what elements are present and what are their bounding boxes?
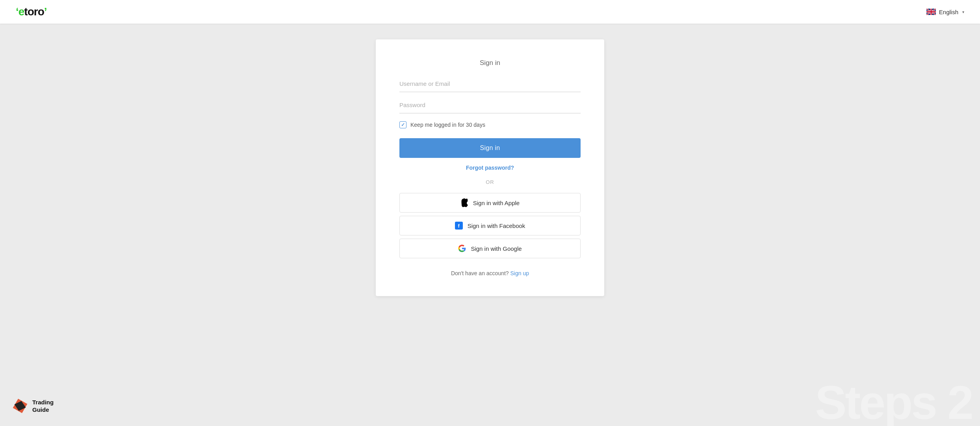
password-input[interactable] [399,100,581,110]
card-title: Sign in [399,59,581,67]
logo: ‘etoro’ [16,6,47,18]
diamond-icon [12,398,28,414]
or-divider: OR [399,179,581,185]
remember-me-label: Keep me logged in for 30 days [410,122,485,128]
remember-me-row: Keep me logged in for 30 days [399,121,581,128]
apple-icon [460,199,468,207]
main-content: Sign in Keep me logged in for 30 days Si… [0,24,980,426]
facebook-icon: f [455,222,463,230]
language-label: English [939,9,958,15]
sign-in-google-button[interactable]: Sign in with Google [399,239,581,258]
username-form-group [399,79,581,92]
forgot-password-container: Forgot password? [399,164,581,171]
sign-in-facebook-button[interactable]: f Sign in with Facebook [399,216,581,235]
google-icon [458,244,466,252]
logo-text: ‘etoro’ [16,6,47,18]
sign-in-button[interactable]: Sign in [399,138,581,158]
sign-in-facebook-label: Sign in with Facebook [468,222,525,229]
bottom-logo-text: Trading Guide [32,398,54,414]
no-account-row: Don't have an account? Sign up [399,270,581,276]
password-form-group [399,100,581,113]
username-input[interactable] [399,79,581,89]
header: ‘etoro’ English ▾ [0,0,980,24]
language-selector[interactable]: English ▾ [926,9,964,15]
sign-in-apple-button[interactable]: Sign in with Apple [399,193,581,213]
forgot-password-link[interactable]: Forgot password? [466,165,514,171]
remember-me-checkbox[interactable] [399,121,406,128]
chevron-down-icon: ▾ [962,10,964,14]
sign-up-link[interactable]: Sign up [510,270,529,276]
bottom-logo: Trading Guide [12,398,54,414]
sign-in-apple-label: Sign in with Apple [473,200,520,206]
no-account-text: Don't have an account? [451,270,509,276]
login-card: Sign in Keep me logged in for 30 days Si… [376,39,604,296]
uk-flag-icon [926,9,936,15]
sign-in-google-label: Sign in with Google [471,245,522,252]
